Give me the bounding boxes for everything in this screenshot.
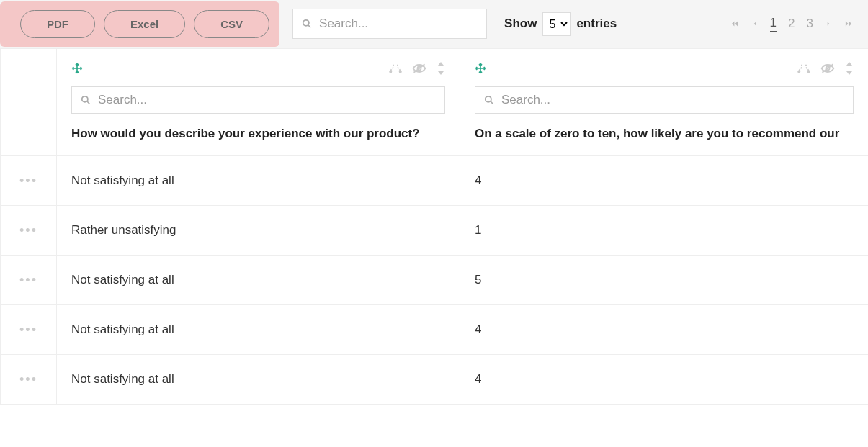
cell-c2: 4: [460, 305, 869, 355]
pagination: 1 2 3: [730, 16, 854, 32]
svg-point-3: [400, 71, 401, 72]
cell-c1: Not satisfying at all: [57, 256, 460, 305]
cell-c2: 4: [460, 355, 869, 405]
page-prev-icon[interactable]: [751, 19, 759, 29]
column-search-input-2[interactable]: [501, 93, 844, 107]
column-search-1[interactable]: [71, 86, 445, 114]
svg-point-8: [798, 71, 800, 72]
hide-column-icon[interactable]: [412, 63, 426, 74]
data-table: How would you describe your experience w…: [0, 48, 868, 405]
svg-line-7: [87, 101, 90, 104]
cell-c1: Not satisfying at all: [57, 305, 460, 355]
export-pdf-button[interactable]: PDF: [20, 10, 95, 38]
svg-line-13: [491, 101, 493, 104]
page-next-icon[interactable]: [825, 19, 832, 29]
page-first-icon[interactable]: [730, 19, 740, 29]
table-row: •••Not satisfying at all5: [1, 256, 869, 305]
sort-column-icon[interactable]: [845, 62, 854, 75]
svg-point-6: [82, 96, 88, 102]
table-row: •••Not satisfying at all4: [1, 355, 869, 405]
hide-column-icon[interactable]: [820, 63, 835, 74]
page-2[interactable]: 2: [788, 17, 795, 31]
table-row: •••Not satisfying at all4: [1, 305, 869, 355]
search-icon: [302, 19, 312, 29]
row-actions-icon[interactable]: •••: [1, 156, 57, 206]
page-1[interactable]: 1: [770, 16, 777, 32]
cell-c1: Rather unsatisfying: [57, 206, 460, 256]
entries-label: entries: [576, 17, 617, 31]
cell-c2: 5: [460, 256, 869, 305]
table-row: •••Rather unsatisfying1: [1, 206, 869, 256]
svg-point-9: [808, 71, 810, 72]
global-search[interactable]: [292, 9, 487, 39]
column-title-2: On a scale of zero to ten, how likely ar…: [475, 127, 854, 141]
export-excel-button[interactable]: Excel: [104, 10, 185, 38]
row-actions-icon[interactable]: •••: [1, 355, 57, 405]
search-icon: [81, 95, 91, 105]
sort-column-icon[interactable]: [437, 62, 445, 75]
row-handle-header: [1, 49, 57, 156]
export-group: PDF Excel CSV: [0, 1, 279, 47]
svg-point-12: [486, 96, 491, 102]
table-row: •••Not satisfying at all4: [1, 156, 869, 206]
show-label: Show: [504, 17, 537, 31]
row-actions-icon[interactable]: •••: [1, 305, 57, 355]
cell-c2: 4: [460, 156, 869, 206]
svg-point-0: [303, 20, 309, 26]
move-column-icon[interactable]: [71, 63, 83, 74]
row-actions-icon[interactable]: •••: [1, 206, 57, 256]
toolbar: PDF Excel CSV Show 5 entries 1 2 3: [0, 0, 868, 48]
svg-point-2: [390, 71, 391, 72]
cell-c1: Not satisfying at all: [57, 156, 460, 206]
search-icon: [484, 95, 494, 105]
split-column-icon[interactable]: [797, 63, 810, 74]
entries-control: Show 5 entries: [504, 12, 617, 36]
page-last-icon[interactable]: [844, 19, 854, 29]
column-title-1: How would you describe your experience w…: [71, 127, 445, 141]
entries-select[interactable]: 5: [542, 12, 571, 36]
svg-line-1: [308, 25, 311, 28]
page-3[interactable]: 3: [807, 17, 813, 31]
column-search-2[interactable]: [475, 86, 854, 114]
row-actions-icon[interactable]: •••: [1, 256, 57, 305]
export-csv-button[interactable]: CSV: [194, 10, 269, 38]
cell-c2: 1: [460, 206, 869, 256]
column-search-input-1[interactable]: [98, 93, 436, 107]
column-header-1: How would you describe your experience w…: [57, 49, 460, 156]
split-column-icon[interactable]: [389, 63, 402, 74]
column-header-2: On a scale of zero to ten, how likely ar…: [460, 49, 869, 156]
global-search-input[interactable]: [319, 17, 478, 31]
cell-c1: Not satisfying at all: [57, 355, 460, 405]
move-column-icon[interactable]: [475, 63, 486, 74]
